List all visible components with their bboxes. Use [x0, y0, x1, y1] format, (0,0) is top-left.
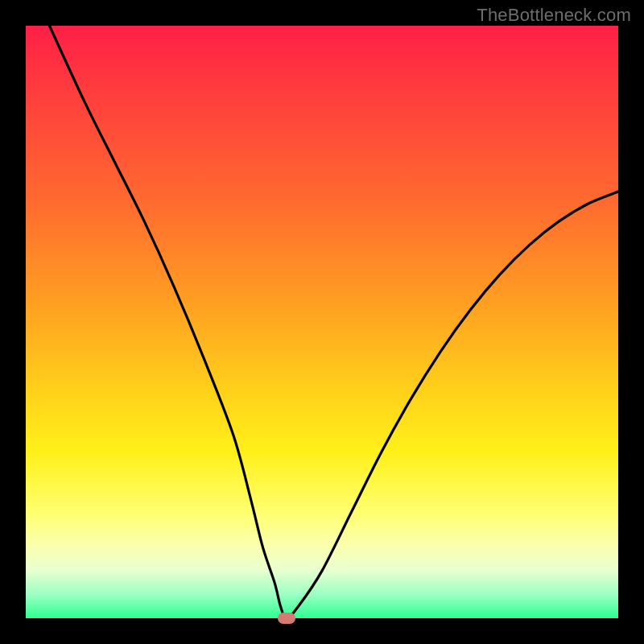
watermark-text: TheBottleneck.com — [477, 5, 631, 26]
bottleneck-curve — [26, 26, 618, 618]
optimal-point-marker — [278, 613, 295, 624]
chart-frame: TheBottleneck.com — [0, 0, 644, 644]
plot-area — [26, 26, 618, 618]
